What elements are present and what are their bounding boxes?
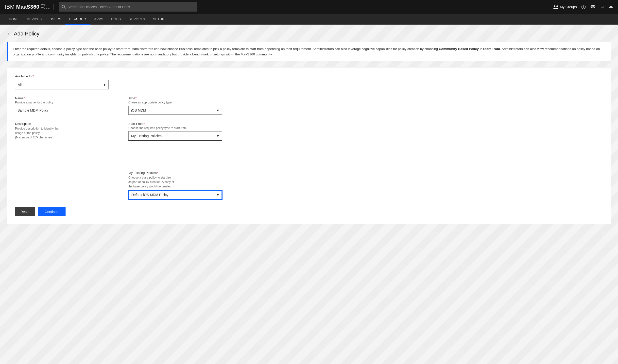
svg-rect-0 <box>554 5 555 7</box>
nav-home[interactable]: HOME <box>5 14 23 25</box>
available-for-row: Available for* All iOS Android Windows ▼ <box>15 74 603 89</box>
search-icon <box>62 5 66 9</box>
search-bar[interactable] <box>59 2 197 12</box>
nav-devices[interactable]: DEVICES <box>23 14 46 25</box>
start-from-sublabel: Choose the required policy type to start… <box>128 126 222 130</box>
user-icon[interactable]: ☺ <box>600 4 604 10</box>
available-for-select-wrapper: All iOS Android Windows ▼ <box>15 80 109 89</box>
type-required: * <box>135 96 137 100</box>
groups-icon <box>553 4 558 9</box>
page-content: ← Add Policy Enter the required details,… <box>0 25 618 364</box>
my-existing-policies-label: My Existing Policies* <box>128 171 222 175</box>
description-textarea[interactable] <box>15 141 109 163</box>
name-input[interactable] <box>15 106 109 115</box>
name-type-row: Name* Provide a name for the policy Type… <box>15 96 603 115</box>
my-existing-required: * <box>157 171 158 175</box>
available-for-label: Available for* <box>15 74 603 78</box>
support-icon[interactable]: ☎ <box>590 4 596 10</box>
nav-setup[interactable]: SETUP <box>149 14 168 25</box>
power-icon[interactable]: ⏏ <box>609 4 613 10</box>
description-sublabel: Provide description to identify the usag… <box>15 126 109 140</box>
nav-reports[interactable]: REPORTS <box>125 14 149 25</box>
start-from-select[interactable]: My Existing Policies Community Based Pol… <box>128 131 222 141</box>
search-input[interactable] <box>68 5 194 9</box>
logo: IBM MaaS360 WithWatson <box>5 4 54 10</box>
svg-rect-2 <box>553 8 556 9</box>
reset-button[interactable]: Reset <box>15 207 35 216</box>
nav-docs[interactable]: DOCS <box>107 14 125 25</box>
available-for-required: * <box>33 74 34 78</box>
my-groups-button[interactable]: My Groups <box>553 4 577 9</box>
available-for-select[interactable]: All iOS Android Windows <box>15 80 109 89</box>
nav-apps[interactable]: APPS <box>90 14 107 25</box>
my-existing-policies-sublabel: Choose a base policy to start from as pa… <box>128 175 222 189</box>
type-select-wrapper: iOS MDM Android MDM Windows MDM ▼ <box>128 106 222 115</box>
type-sublabel: Chose an appropriate policy type <box>128 101 222 104</box>
my-existing-policies-row: My Existing Policies* Choose a base poli… <box>15 171 603 199</box>
name-label: Name* <box>15 96 109 100</box>
start-from-select-wrapper: My Existing Policies Community Based Pol… <box>128 131 222 141</box>
start-from-group: Start From* Choose the required policy t… <box>128 122 222 164</box>
info-box: Enter the required details, choose a pol… <box>7 42 611 61</box>
my-existing-policies-select[interactable]: Default iOS MDM Policy Other Policy <box>128 190 222 199</box>
button-row: Reset Continue <box>15 207 603 216</box>
header-actions: My Groups ⓘ ☎ ☺ ⏏ <box>553 4 613 10</box>
back-arrow-icon[interactable]: ← <box>7 31 11 36</box>
type-label: Type* <box>128 96 222 100</box>
main-nav: HOME DEVICES USERS SECURITY APPS DOCS RE… <box>0 14 618 25</box>
info-bold-startfrom: Start From <box>483 47 500 51</box>
existing-policies-spacer <box>15 171 109 199</box>
logo-ibm: IBM <box>5 4 15 10</box>
description-label: Description <box>15 122 109 126</box>
continue-button[interactable]: Continue <box>38 207 66 216</box>
description-group: Description Provide description to ident… <box>15 122 109 164</box>
nav-users[interactable]: USERS <box>46 14 65 25</box>
logo-watson-text: WithWatson <box>41 4 50 10</box>
svg-rect-3 <box>556 8 558 9</box>
start-from-label: Start From* <box>128 122 222 126</box>
my-existing-policies-select-wrapper: Default iOS MDM Policy Other Policy ▼ <box>128 190 222 199</box>
type-select[interactable]: iOS MDM Android MDM Windows MDM <box>128 106 222 115</box>
info-bold-community: Community Based Policy <box>439 47 479 51</box>
my-groups-label: My Groups <box>560 5 577 9</box>
page-title: Add Policy <box>14 31 39 37</box>
form-card: Available for* All iOS Android Windows ▼… <box>7 67 611 224</box>
header: IBM MaaS360 WithWatson My Groups ⓘ ☎ ☺ ⏏ <box>0 0 618 14</box>
page-title-row: ← Add Policy <box>7 31 611 37</box>
type-group: Type* Chose an appropriate policy type i… <box>128 96 222 115</box>
nav-security[interactable]: SECURITY <box>65 14 90 25</box>
info-text-part1: Enter the required details, choose a pol… <box>13 47 439 51</box>
name-sublabel: Provide a name for the policy <box>15 101 109 104</box>
info-text-part2: in <box>479 47 483 51</box>
name-group: Name* Provide a name for the policy <box>15 96 109 115</box>
help-icon[interactable]: ⓘ <box>581 4 586 10</box>
my-existing-policies-group: My Existing Policies* Choose a base poli… <box>128 171 222 199</box>
name-required: * <box>24 96 25 100</box>
desc-startfrom-row: Description Provide description to ident… <box>15 122 603 164</box>
start-from-required: * <box>143 122 145 126</box>
svg-rect-1 <box>556 5 558 7</box>
logo-maas: MaaS360 <box>16 4 39 10</box>
